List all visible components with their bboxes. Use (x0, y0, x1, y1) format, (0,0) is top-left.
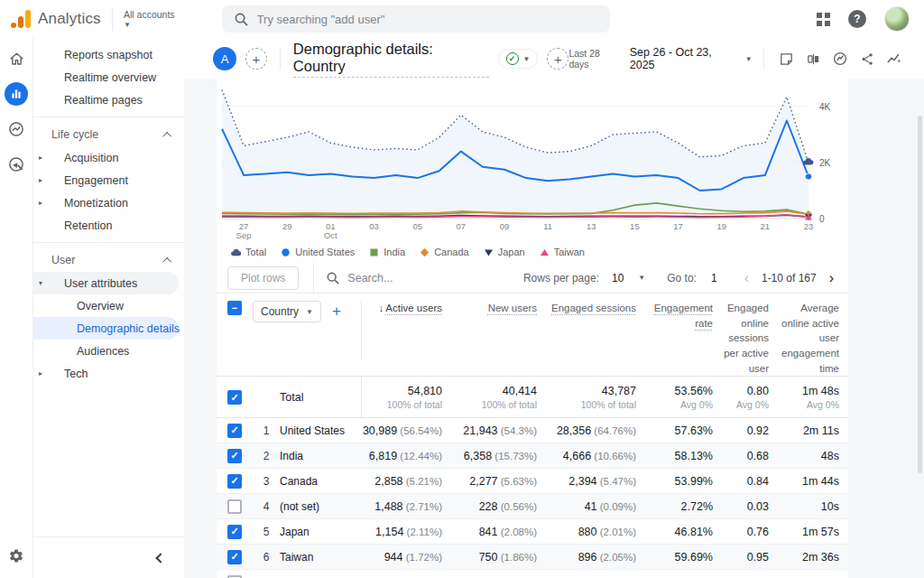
explore-icon[interactable] (5, 117, 28, 141)
apps-grid-icon[interactable] (817, 13, 830, 26)
add-note-icon[interactable] (773, 46, 800, 71)
row-checkbox[interactable]: ✓ (227, 424, 242, 438)
row-rank: 1 (253, 424, 280, 437)
collapse-sidebar-icon[interactable] (155, 553, 165, 563)
column-header-new-users[interactable]: New users (451, 301, 546, 316)
table-row--not-set-[interactable]: 4(not set)1,488 (2.71%)228 (0.56%)41 (0.… (217, 494, 848, 519)
dimension-select-value: Country (261, 305, 299, 318)
date-range-value[interactable]: Sep 26 - Oct 23, 2025 (630, 46, 740, 71)
table-row-singapore[interactable]: 7Singapore884 (1.61%)574 (1.42%)673 (1.5… (217, 570, 848, 578)
column-header-average-online-active-user-engagement-time[interactable]: Average online active user engagement ti… (778, 301, 848, 376)
row-rank: 3 (253, 475, 280, 488)
report-title[interactable]: Demographic details: Country (293, 41, 489, 78)
home-icon[interactable] (5, 47, 28, 70)
table-row-united-states[interactable]: ✓1United States30,989 (56.54%)21,943 (54… (217, 418, 848, 443)
add-collaborator-button[interactable]: + (245, 48, 267, 70)
top-app-bar: Analytics All accounts ▼ Try searching "… (0, 0, 924, 38)
table-row-taiwan[interactable]: ✓6Taiwan944 (1.72%)750 (1.86%)896 (2.05%… (217, 545, 848, 570)
metric-cell: 30,989 (56.54%) (361, 424, 451, 437)
row-checkbox[interactable] (227, 499, 242, 514)
help-icon[interactable]: ? (848, 10, 866, 28)
collapse-arrow-icon: ▸ (39, 369, 42, 378)
analytics-logo[interactable]: Analytics (0, 10, 101, 28)
add-dimension-button[interactable]: + (332, 303, 341, 321)
row-checkbox[interactable]: ✓ (227, 390, 242, 405)
admin-gear-icon[interactable] (7, 547, 25, 565)
sidebar-item-engagement[interactable]: ▸Engagement (33, 169, 179, 191)
sidebar-item-realtime-overview[interactable]: Realtime overview (33, 66, 179, 89)
next-page-icon[interactable]: › (824, 270, 839, 286)
insights-icon[interactable] (827, 46, 854, 71)
legend-item-japan[interactable]: Japan (484, 247, 525, 257)
sidebar-item-acquisition[interactable]: ▸Acquisition (33, 146, 179, 169)
column-header-engaged-sessions[interactable]: Engaged sessions (546, 301, 645, 316)
sidebar-divider (33, 117, 184, 117)
row-checkbox[interactable]: ✓ (227, 550, 242, 564)
metric-cell: 2m 11s (778, 424, 848, 437)
table-total-row: ✓Total54,810100% of total40,414100% of t… (217, 377, 848, 418)
advertising-icon[interactable] (5, 153, 28, 176)
add-report-button[interactable]: + (547, 48, 568, 70)
sidebar-item-retention[interactable]: Retention (33, 214, 179, 237)
account-picker[interactable]: All accounts ▼ (124, 9, 175, 29)
legend-item-total[interactable]: Total (231, 247, 266, 257)
table-search-input[interactable]: Search... (327, 272, 523, 284)
goto-label: Go to: (667, 272, 697, 284)
sidebar-item-monetization[interactable]: ▸Monetization (33, 191, 179, 214)
sidebar-item-realtime-pages[interactable]: Realtime pages (33, 89, 179, 111)
metric-cell: 0.03 (722, 500, 778, 513)
legend-item-united-states[interactable]: United States (281, 247, 355, 257)
sidebar-section-user[interactable]: User (33, 248, 184, 272)
select-all-checkbox[interactable]: − (227, 301, 242, 315)
legend-diamond-icon (420, 247, 430, 257)
dimension-select[interactable]: Country ▼ (253, 301, 321, 322)
brand-name: Analytics (38, 10, 101, 28)
reports-icon[interactable] (5, 82, 28, 106)
row-checkbox[interactable]: ✓ (227, 525, 242, 539)
plot-rows-button[interactable]: Plot rows (227, 266, 299, 290)
legend-item-india[interactable]: India (369, 247, 405, 257)
x-tick-label: 05 (412, 221, 422, 231)
legend-circle-icon (281, 247, 291, 257)
share-icon[interactable] (854, 46, 881, 71)
table-row-india[interactable]: ✓2India6,819 (12.44%)6,358 (15.73%)4,666… (217, 443, 848, 469)
legend-tri-up-icon (540, 247, 550, 257)
trends-icon[interactable] (881, 46, 908, 71)
sidebar-item-label: Monetization (64, 197, 128, 210)
collapse-arrow-icon: ▸ (39, 154, 42, 162)
report-owner-avatar[interactable]: A (213, 47, 236, 70)
global-search-input[interactable]: Try searching "add user" (222, 5, 610, 33)
table-row-japan[interactable]: ✓5Japan1,154 (2.11%)841 (2.08%)880 (2.01… (217, 519, 848, 545)
row-checkbox[interactable]: ✓ (227, 449, 242, 463)
goto-input[interactable]: 1 (711, 272, 717, 284)
compare-icon[interactable] (799, 46, 827, 71)
collapse-arrow-icon: ▸ (39, 199, 42, 207)
vertical-scrollbar[interactable] (918, 116, 922, 473)
chevron-down-icon[interactable]: ▼ (638, 274, 645, 282)
sidebar-item-demographic-details[interactable]: Demographic details (33, 317, 179, 340)
sidebar-section-life-cycle[interactable]: Life cycle (33, 123, 184, 146)
metric-cell: 10s (778, 500, 848, 513)
row-checkbox[interactable]: ✓ (227, 474, 242, 489)
legend-item-canada[interactable]: Canada (420, 247, 469, 257)
table-row-canada[interactable]: ✓3Canada2,858 (5.21%)2,277 (5.63%)2,394 … (217, 469, 848, 494)
legend-label: Canada (434, 247, 469, 257)
sidebar-section-label: User (51, 254, 75, 266)
legend-cloud-icon (231, 247, 241, 257)
user-avatar[interactable] (884, 6, 910, 32)
sidebar-item-audiences[interactable]: Audiences (33, 340, 179, 362)
metric-cell: 0.76 (722, 526, 778, 538)
sidebar-item-tech[interactable]: ▸Tech (33, 362, 179, 385)
sidebar-item-overview[interactable]: Overview (33, 294, 179, 317)
report-status-badge[interactable]: ✓ ▼ (498, 49, 539, 69)
sidebar-item-user-attributes[interactable]: ▾User attributes (33, 272, 179, 294)
column-header-engaged-online-sessions-per-active-user[interactable]: Engaged online sessions per active user (722, 301, 778, 376)
prev-page-icon[interactable]: ‹ (739, 270, 754, 286)
total-area-fill (222, 89, 808, 219)
x-tick-label: 29 (282, 221, 292, 231)
rows-per-page-value[interactable]: 10 (612, 272, 624, 284)
column-header-engagement-rate[interactable]: Engagement rate (645, 301, 722, 331)
sidebar-item-reports-snapshot[interactable]: Reports snapshot (33, 43, 179, 66)
legend-item-taiwan[interactable]: Taiwan (540, 247, 585, 257)
column-header-active-users[interactable]: ↓Active users (361, 301, 451, 360)
